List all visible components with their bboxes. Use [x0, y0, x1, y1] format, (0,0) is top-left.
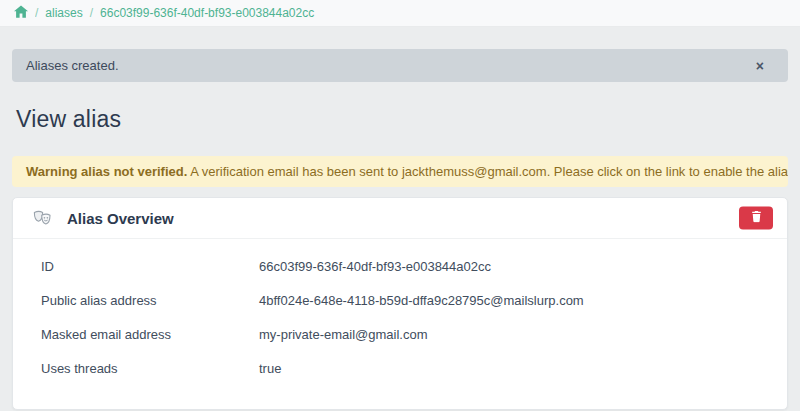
breadcrumb-separator: /	[90, 6, 93, 20]
breadcrumb-item-aliases[interactable]: aliases	[45, 6, 82, 20]
row-label-public-alias-address: Public alias address	[41, 293, 259, 309]
trash-icon	[751, 211, 762, 226]
warning-alert-text: A verification email has been sent to ja…	[187, 164, 788, 179]
alias-overview-card: Alias Overview ID 66c03f99-636f-40df-bf9…	[12, 197, 788, 410]
page-title: View alias	[16, 106, 784, 133]
row-value-uses-threads: true	[259, 361, 281, 377]
delete-alias-button[interactable]	[739, 207, 773, 230]
row-label-id: ID	[41, 259, 259, 275]
card-body: ID 66c03f99-636f-40df-bf93-e003844a02cc …	[13, 239, 787, 409]
breadcrumb-home-link[interactable]	[14, 5, 28, 21]
aliases-created-alert-text: Aliases created.	[26, 58, 119, 73]
row-value-masked-email-address: my-private-email@gmail.com	[259, 327, 428, 343]
card-title: Alias Overview	[67, 210, 174, 227]
verification-warning-alert: Warning alias not verified. A verificati…	[12, 156, 788, 187]
alias-detail-row: Public alias address 4bff024e-648e-4118-…	[41, 293, 759, 309]
row-label-masked-email-address: Masked email address	[41, 327, 259, 343]
warning-alert-bold-text: Warning alias not verified.	[26, 164, 187, 179]
alias-detail-row: ID 66c03f99-636f-40df-bf93-e003844a02cc	[41, 259, 759, 275]
aliases-created-alert: Aliases created. ×	[12, 49, 788, 82]
theater-masks-icon	[33, 210, 53, 227]
close-icon: ×	[756, 58, 764, 74]
breadcrumb-separator: /	[35, 6, 38, 20]
alias-detail-row: Uses threads true	[41, 361, 759, 377]
breadcrumb-item-alias-id[interactable]: 66c03f99-636f-40df-bf93-e003844a02cc	[100, 6, 314, 20]
home-icon	[14, 5, 28, 21]
alias-detail-row: Masked email address my-private-email@gm…	[41, 327, 759, 343]
card-header: Alias Overview	[13, 198, 787, 239]
alert-close-button[interactable]: ×	[752, 57, 768, 75]
row-value-public-alias-address: 4bff024e-648e-4118-b59d-dffa9c28795c@mai…	[259, 293, 584, 309]
row-value-id: 66c03f99-636f-40df-bf93-e003844a02cc	[259, 259, 491, 275]
breadcrumb: / aliases / 66c03f99-636f-40df-bf93-e003…	[0, 0, 800, 27]
row-label-uses-threads: Uses threads	[41, 361, 259, 377]
main-content: Aliases created. × View alias Warning al…	[0, 49, 800, 410]
